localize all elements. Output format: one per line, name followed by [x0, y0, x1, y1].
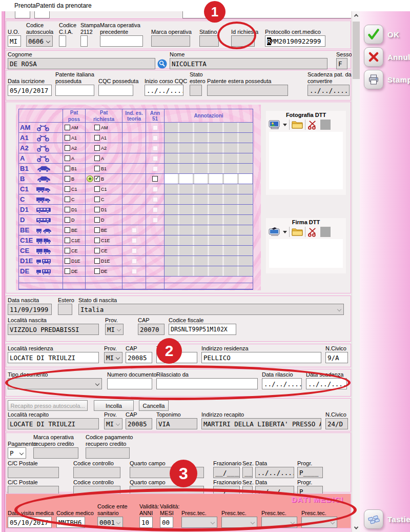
pat-poss-checkbox[interactable]	[65, 248, 70, 253]
cap-residenza-field[interactable]: 20085	[126, 352, 152, 363]
data-rilascio-field[interactable]: ../../....	[262, 378, 302, 389]
inizio-corso-cqc-field[interactable]: ../../....	[145, 85, 183, 96]
pat-poss-checkbox[interactable]	[65, 135, 70, 141]
color-swatch[interactable]	[320, 120, 331, 130]
search-icon[interactable]	[157, 59, 167, 69]
vertical-scrollbar[interactable]	[352, 11, 360, 532]
stampa-button[interactable]	[364, 70, 383, 89]
data-scadenza-field[interactable]: ../../....	[306, 378, 347, 389]
pat-richiesta-checkbox[interactable]	[94, 125, 100, 130]
cancella-button[interactable]: Cancella	[139, 400, 169, 411]
pat-poss-checkbox[interactable]	[65, 268, 70, 274]
tastiera-button[interactable]	[364, 509, 383, 529]
cut-photo-icon[interactable]	[308, 120, 318, 130]
group-iscrizione: Data iscrizione 05/10/2017 Patente itali…	[6, 70, 351, 101]
license-row-c: C C C	[19, 194, 253, 204]
pagamento-combo[interactable]: P	[8, 447, 26, 459]
motorcycle-icon	[35, 134, 52, 142]
pat-richiesta-checkbox[interactable]	[94, 166, 100, 171]
codice-recupero-label: Codice pagamento	[86, 434, 130, 440]
pat-poss-checkbox[interactable]	[65, 207, 70, 212]
stampa-2112-field[interactable]	[80, 35, 88, 47]
marca-precedente-field[interactable]	[100, 35, 143, 47]
tipo-documento-combo[interactable]	[8, 378, 102, 389]
localita-recapito-field: LOCATE DI TRIULZI	[8, 418, 99, 429]
localita-residenza-label: Località residenza	[8, 345, 99, 351]
data-visita-medica-field[interactable]: 05/10/2017	[8, 517, 52, 528]
pat-richiesta-checkbox[interactable]	[94, 135, 100, 141]
plus-icon[interactable]: +	[87, 175, 93, 182]
codice-medico-field[interactable]: MNTBH6	[56, 517, 85, 528]
cqc-posseduta-field[interactable]	[98, 85, 133, 96]
pat-richiesta-checkbox[interactable]	[94, 145, 100, 151]
acquire-signature-icon[interactable]	[269, 227, 281, 237]
pat-richiesta-checkbox[interactable]	[94, 238, 100, 243]
pat-richiesta-checkbox[interactable]	[94, 268, 100, 274]
pat-richiesta-checkbox[interactable]	[94, 155, 100, 161]
codice-ente-label2: sanitario	[97, 510, 123, 516]
acquire-photo-icon[interactable]	[269, 120, 281, 130]
license-row-be: BE BE BE	[19, 225, 253, 235]
dropdown-arrow-icon[interactable]	[283, 231, 287, 233]
pat-poss-checkbox[interactable]	[65, 166, 70, 171]
pat-poss-checkbox[interactable]	[65, 155, 70, 161]
pat-poss-checkbox[interactable]	[65, 258, 70, 264]
civico-residenza-field[interactable]: 9/A	[325, 352, 348, 363]
ann51-checkbox[interactable]	[152, 176, 158, 182]
open-folder-icon[interactable]	[292, 120, 303, 129]
marca-recupero-label2: recupero credito	[33, 441, 78, 447]
codice-cia-label: Codice	[59, 22, 67, 28]
pat-poss-checkbox[interactable]	[65, 186, 70, 192]
data-iscrizione-field[interactable]: 05/10/2017	[8, 85, 52, 96]
pat-richiesta-checkbox[interactable]	[94, 248, 100, 253]
numero-documento-label: Numero documento	[107, 371, 152, 378]
pat-poss-checkbox[interactable]	[65, 125, 70, 130]
protocollo-field[interactable]: RMM20190922999	[265, 35, 325, 47]
open-folder-icon[interactable]	[292, 227, 303, 237]
numero-documento-field[interactable]	[107, 378, 152, 389]
pat-poss-checkbox[interactable]	[65, 176, 70, 182]
firma-dtt-title: Firma DTT	[266, 218, 346, 225]
pat-poss-checkbox[interactable]	[65, 196, 70, 202]
pat-richiesta-checkbox[interactable]	[94, 207, 100, 212]
scrollbar-thumb[interactable]	[353, 22, 360, 79]
pat-poss-checkbox[interactable]	[65, 217, 70, 223]
ok-label: OK	[387, 30, 400, 39]
codice-cia-field[interactable]	[59, 35, 66, 47]
scroll-down-button[interactable]	[352, 524, 360, 532]
scroll-up-button[interactable]	[352, 11, 360, 19]
cut-signature-icon[interactable]	[308, 227, 318, 237]
indirizzo-residenza-field[interactable]: PELLICO	[201, 352, 321, 363]
nome-field: NICOLETTA	[170, 58, 327, 69]
annulla-label: Annulla	[387, 53, 410, 62]
codice-autoscuola-combo[interactable]: 0606	[26, 35, 53, 47]
data-pagamento-field: ../../....	[255, 467, 294, 478]
pat-richiesta-checkbox[interactable]	[94, 217, 100, 223]
pat-richiesta-checkbox[interactable]	[94, 258, 100, 264]
validita-anni-label: Validità:	[139, 503, 153, 509]
annulla-button[interactable]	[364, 47, 383, 67]
pat-richiesta-checkbox-checked[interactable]	[94, 176, 100, 182]
validita-mesi-field[interactable]: 00	[160, 517, 173, 528]
annotazioni-cells	[165, 256, 253, 266]
localita-residenza-field[interactable]: LOCATE DI TRIULZI	[8, 352, 99, 363]
license-row-a1: A1 A1 A1	[19, 132, 253, 143]
uo-field[interactable]: MI	[8, 35, 21, 47]
incolla-button[interactable]: Incolla	[94, 400, 134, 411]
pat-richiesta-checkbox[interactable]	[94, 227, 100, 233]
pat-poss-checkbox[interactable]	[65, 238, 70, 243]
validita-anni-field[interactable]: 10	[139, 517, 153, 528]
teoria-checkbox-disabled	[132, 228, 137, 233]
prov-residenza-combo[interactable]: MI	[104, 352, 122, 363]
pat-richiesta-checkbox[interactable]	[94, 196, 100, 202]
pat-poss-checkbox[interactable]	[65, 227, 70, 233]
annotazioni-cells-active[interactable]	[165, 174, 253, 184]
pat-poss-checkbox[interactable]	[65, 145, 70, 151]
patente-italiana-field[interactable]	[55, 85, 94, 96]
rilasciato-da-field[interactable]	[156, 378, 258, 389]
color-swatch[interactable]	[320, 227, 331, 237]
codice-fiscale-field[interactable]: DRSNLT99P51M102X	[169, 324, 236, 335]
dropdown-arrow-icon[interactable]	[283, 124, 287, 126]
ok-button[interactable]	[364, 25, 383, 44]
pat-richiesta-checkbox[interactable]	[94, 186, 100, 192]
